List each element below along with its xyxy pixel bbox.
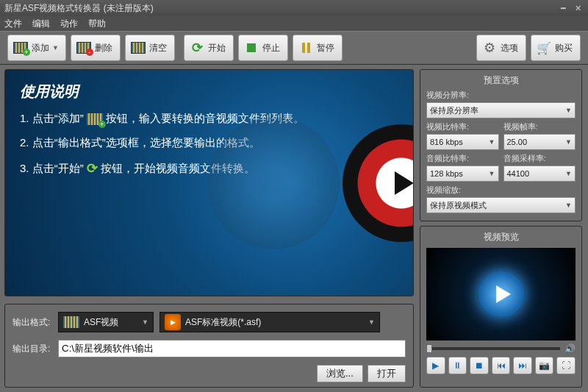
chevron-down-icon: ▼ bbox=[565, 107, 572, 114]
refresh-icon: ⟳ bbox=[189, 40, 205, 56]
stop-icon bbox=[243, 40, 259, 56]
snapshot-button[interactable]: 📷 bbox=[535, 357, 554, 374]
scale-label: 视频缩放: bbox=[426, 185, 576, 196]
asample-label: 音频采样率: bbox=[503, 153, 576, 164]
volume-icon[interactable]: 🔊 bbox=[564, 343, 576, 354]
step-1: 1. 点击“添加” + 按钮，输入要转换的音视频文件到列表。 bbox=[20, 112, 398, 126]
close-icon[interactable]: ✕ bbox=[572, 3, 584, 13]
chevron-down-icon: ▼ bbox=[565, 170, 572, 177]
chevron-down-icon: ▼ bbox=[142, 318, 148, 326]
pause-button[interactable]: ⏸ bbox=[448, 357, 467, 374]
abitrate-label: 音频比特率: bbox=[426, 153, 499, 164]
menu-edit[interactable]: 编辑 bbox=[32, 18, 50, 30]
output-dir-label: 输出目录: bbox=[12, 343, 58, 355]
fullscreen-button[interactable]: ⛶ bbox=[556, 357, 576, 374]
pause-button[interactable]: 暂停 bbox=[293, 35, 343, 61]
format-icon: ▶ bbox=[165, 314, 181, 330]
film-clear-icon bbox=[130, 40, 146, 56]
play-button[interactable]: ▶ bbox=[426, 357, 445, 374]
menu-file[interactable]: 文件 bbox=[4, 18, 22, 30]
chevron-down-icon: ▼ bbox=[489, 138, 495, 146]
gear-icon: ⚙ bbox=[481, 40, 498, 56]
chevron-down-icon: ▼ bbox=[565, 202, 572, 209]
step-2: 2. 点击“输出格式”选项框，选择您要输出的格式。 bbox=[20, 136, 398, 150]
output-format-preset[interactable]: ▶ ASF标准视频(*.asf) ▼ bbox=[159, 312, 380, 332]
browse-button[interactable]: 浏览... bbox=[317, 365, 363, 382]
menubar: 文件 编辑 动作 帮助 bbox=[0, 16, 588, 31]
menu-help[interactable]: 帮助 bbox=[88, 18, 106, 30]
options-button[interactable]: ⚙ 选项 bbox=[476, 35, 526, 61]
play-icon bbox=[478, 271, 525, 318]
menu-action[interactable]: 动作 bbox=[60, 18, 78, 30]
banner-heading: 使用说明 bbox=[20, 82, 398, 101]
add-button[interactable]: + 添加▼ bbox=[7, 35, 66, 61]
chevron-down-icon: ▼ bbox=[52, 44, 58, 51]
vbitrate-label: 视频比特率: bbox=[426, 121, 499, 132]
vbitrate-select[interactable]: 816 kbps▼ bbox=[426, 134, 499, 150]
film-add-icon: + bbox=[87, 113, 103, 125]
reel-graphic bbox=[207, 117, 340, 249]
fps-label: 视频帧率: bbox=[503, 121, 576, 132]
scale-select[interactable]: 保持原视频模式▼ bbox=[426, 197, 576, 213]
delete-button[interactable]: - 删除 bbox=[71, 35, 121, 61]
open-button[interactable]: 打开 bbox=[368, 365, 406, 382]
output-dir-input[interactable] bbox=[58, 340, 406, 357]
stop-button[interactable]: ⏹ bbox=[470, 357, 489, 374]
buy-button[interactable]: 🛒 购买 bbox=[531, 35, 581, 61]
minimize-icon[interactable]: ━ bbox=[557, 3, 569, 13]
resolution-label: 视频分辨率: bbox=[426, 90, 576, 101]
output-format-label: 输出格式: bbox=[12, 316, 58, 329]
cart-icon: 🛒 bbox=[536, 40, 552, 56]
chevron-down-icon: ▼ bbox=[368, 318, 375, 326]
toolbar: + 添加▼ - 删除 清空 ⟳ 开始 停止 暂停 ⚙ 选项 � bbox=[0, 31, 588, 65]
film-icon bbox=[63, 316, 79, 328]
instructions-banner: 使用说明 1. 点击“添加” + 按钮，输入要转换的音视频文件到列表。 2. 点… bbox=[4, 69, 414, 296]
stop-button[interactable]: 停止 bbox=[238, 35, 288, 61]
output-panel: 输出格式: ASF视频 ▼ ▶ ASF标准视频(*.asf) ▼ 输出目录: 浏… bbox=[4, 304, 414, 388]
film-delete-icon: - bbox=[76, 40, 92, 56]
fps-select[interactable]: 25.00▼ bbox=[503, 134, 576, 150]
next-button[interactable]: ⏭ bbox=[513, 357, 532, 374]
chevron-down-icon: ▼ bbox=[565, 138, 572, 146]
resolution-select[interactable]: 保持原分辨率▼ bbox=[426, 102, 576, 118]
film-add-icon: + bbox=[12, 40, 29, 56]
preview-area bbox=[426, 248, 576, 341]
titlebar: 新星ASF视频格式转换器 (未注册版本) ━ ✕ bbox=[0, 0, 588, 16]
pause-icon bbox=[298, 40, 314, 56]
preview-panel-title: 视频预览 bbox=[426, 231, 576, 243]
abitrate-select[interactable]: 128 kbps▼ bbox=[426, 165, 499, 182]
asample-select[interactable]: 44100▼ bbox=[503, 165, 576, 182]
output-format-group[interactable]: ASF视频 ▼ bbox=[58, 312, 154, 332]
seek-slider[interactable] bbox=[426, 347, 560, 350]
chevron-down-icon: ▼ bbox=[489, 170, 495, 177]
preset-panel-title: 预置选项 bbox=[426, 74, 576, 87]
preset-panel: 预置选项 视频分辨率: 保持原分辨率▼ 视频比特率: 816 kbps▼ 视频帧… bbox=[420, 69, 582, 221]
refresh-icon: ⟳ bbox=[87, 160, 98, 177]
preview-panel: 视频预览 🔊 ▶ ⏸ ⏹ ⏮ ⏭ 📷 ⛶ bbox=[420, 226, 582, 388]
app-title: 新星ASF视频格式转换器 (未注册版本) bbox=[4, 2, 154, 15]
start-button[interactable]: ⟳ 开始 bbox=[184, 35, 234, 61]
prev-button[interactable]: ⏮ bbox=[492, 357, 511, 374]
clear-button[interactable]: 清空 bbox=[125, 35, 175, 61]
